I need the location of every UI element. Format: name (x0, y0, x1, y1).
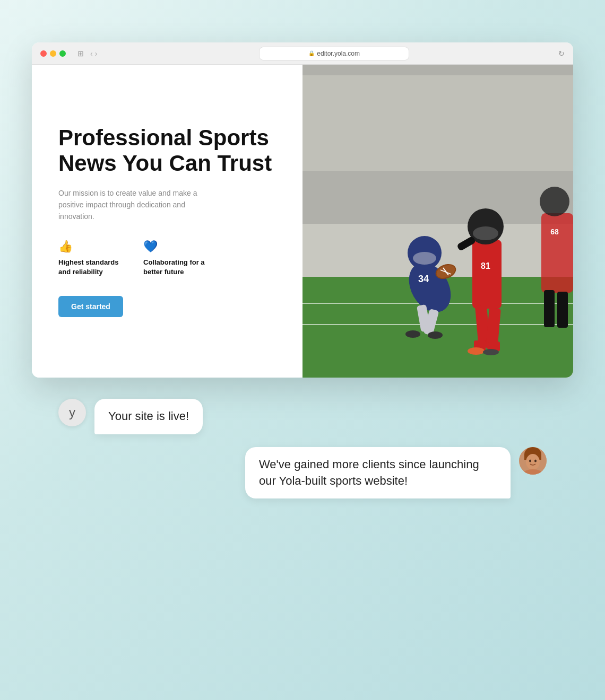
url-text: editor.yola.com (317, 50, 360, 57)
chat-section: y Your site is live! We've gained more c… (32, 378, 573, 520)
thumbs-up-icon: 👍 (58, 240, 122, 253)
nav-arrows: ‹ › (90, 49, 97, 58)
feature-label-collaborating: Collaborating for a better future (143, 258, 207, 277)
traffic-lights (40, 50, 66, 57)
chat-text-site-live: Your site is live! (108, 409, 189, 423)
svg-point-39 (529, 459, 531, 462)
svg-point-16 (473, 226, 498, 240)
svg-rect-2 (302, 75, 573, 171)
svg-point-40 (534, 459, 537, 462)
svg-point-26 (540, 187, 569, 216)
svg-text:81: 81 (481, 261, 490, 270)
reload-button[interactable]: ↻ (558, 49, 565, 58)
features-row: 👍 Highest standards and reliability 💙 Co… (58, 240, 276, 277)
feature-item-standards: 👍 Highest standards and reliability (58, 240, 122, 277)
svg-text:68: 68 (550, 228, 559, 236)
chat-bubble-site-live: Your site is live! (94, 399, 203, 434)
svg-point-23 (468, 347, 485, 355)
hero-right-panel: 34 81 (302, 65, 573, 378)
lock-icon: 🔒 (308, 50, 315, 56)
user-avatar-svg (519, 447, 547, 475)
hero-left-panel: Professional Sports News You Can Trust O… (32, 65, 302, 378)
yola-avatar: y (58, 399, 86, 426)
website-content: Professional Sports News You Can Trust O… (32, 65, 573, 378)
browser-toolbar: ⊞ ‹ › 🔒 editor.yola.com ↻ (32, 42, 573, 65)
yola-avatar-letter: y (69, 405, 75, 420)
chat-text-testimonial: We've gained more clients since launchin… (259, 458, 479, 487)
chat-bubble-testimonial: We've gained more clients since launchin… (245, 447, 511, 499)
back-button[interactable]: ‹ (90, 49, 93, 58)
svg-rect-28 (544, 290, 555, 327)
get-started-button[interactable]: Get started (58, 296, 123, 317)
heart-icon: 💙 (143, 240, 207, 253)
hero-title: Professional Sports News You Can Trust (58, 125, 276, 177)
browser-window: ⊞ ‹ › 🔒 editor.yola.com ↻ Professional S… (32, 42, 573, 378)
hero-subtitle: Our mission is to create value and make … (58, 187, 207, 223)
user-avatar (519, 447, 547, 475)
maximize-button[interactable] (59, 50, 66, 57)
chat-row-testimonial: We've gained more clients since launchin… (58, 447, 547, 499)
svg-point-8 (413, 252, 436, 265)
chat-row-site-live: y Your site is live! (58, 399, 547, 434)
svg-rect-25 (541, 213, 573, 293)
outer-container: ⊞ ‹ › 🔒 editor.yola.com ↻ Professional S… (27, 32, 578, 668)
svg-point-24 (483, 349, 499, 355)
forward-button[interactable]: › (95, 49, 98, 58)
minimize-button[interactable] (50, 50, 56, 57)
svg-point-12 (405, 330, 420, 338)
football-scene-svg: 34 81 (302, 65, 573, 378)
svg-rect-29 (557, 292, 568, 328)
svg-rect-14 (472, 240, 502, 309)
feature-item-collaborating: 💙 Collaborating for a better future (143, 240, 207, 277)
sidebar-icon: ⊞ (77, 49, 84, 58)
feature-label-standards: Highest standards and reliability (58, 258, 122, 277)
svg-text:34: 34 (418, 274, 429, 284)
svg-point-38 (526, 454, 540, 470)
svg-point-13 (428, 331, 443, 339)
close-button[interactable] (40, 50, 47, 57)
address-bar[interactable]: 🔒 editor.yola.com (259, 47, 409, 60)
